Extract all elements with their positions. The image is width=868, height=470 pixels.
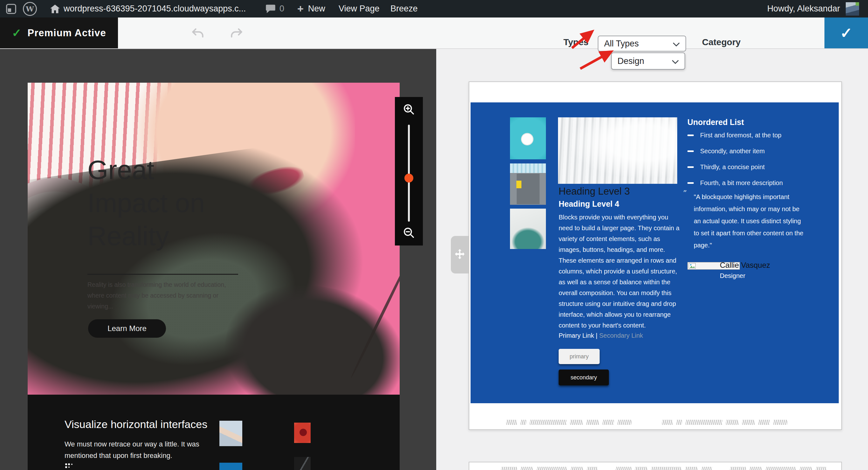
wordpress-menu[interactable]: W: [23, 0, 37, 18]
screen: W wordpress-636395-2071045.cloudwaysapps…: [0, 0, 868, 470]
category-select[interactable]: Design: [611, 53, 685, 70]
links-row: Primary Link | Secondary Link: [559, 332, 643, 339]
unordered-list-title: Unordered List: [687, 118, 744, 127]
editor-layout-button[interactable]: [5, 0, 17, 18]
undo-button[interactable]: [191, 26, 205, 40]
list-item-text: Secondly, another item: [700, 148, 765, 155]
learn-more-button[interactable]: Learn More: [88, 319, 166, 338]
zoom-panel: [395, 97, 423, 246]
redo-button[interactable]: [229, 26, 244, 40]
target-photo: [294, 422, 311, 443]
list-item: First and foremost, at the top: [687, 132, 827, 139]
hero-title: Great Impact on Reality: [87, 153, 237, 252]
zoom-slider-handle[interactable]: [404, 174, 413, 183]
view-page-menu[interactable]: View Page: [339, 0, 380, 18]
list-item: Thirdly, a concise point: [687, 163, 827, 171]
dash-bullet-icon: [687, 182, 694, 184]
new-label: New: [308, 4, 325, 14]
placeholder-scribble: [616, 467, 716, 470]
quote-mark: ”: [683, 189, 687, 198]
blockquote: "A blockquote highlights important infor…: [694, 191, 805, 251]
blue-photo: [219, 463, 242, 470]
zoom-slider-track[interactable]: [408, 125, 410, 222]
breeze-label: Breeze: [391, 4, 418, 14]
author-name: Callie Vasquez: [720, 261, 770, 270]
link-separator: |: [596, 332, 597, 339]
apply-button[interactable]: ✓: [825, 18, 868, 48]
device-photo: [294, 457, 311, 470]
view-page-label: View Page: [339, 4, 380, 14]
heading-level-4: Heading Level 4: [559, 199, 619, 209]
thumb-volleyball-image: [510, 117, 546, 159]
comment-bubble-icon: [266, 4, 276, 14]
site-menu[interactable]: wordpress-636395-2071045.cloudwaysapps.c…: [50, 0, 246, 18]
premium-check-icon: ✓: [12, 26, 22, 40]
editor-layout-icon: [5, 3, 17, 15]
plugin-toolbar: ✓ Premium Active Types All Types Categor…: [0, 18, 868, 49]
template-card[interactable]: [469, 462, 842, 470]
types-label: Types: [563, 37, 589, 48]
wordpress-logo-icon: W: [23, 2, 37, 16]
new-menu[interactable]: + New: [297, 0, 325, 18]
move-icon: [454, 248, 465, 261]
template-card[interactable]: Heading Level 3 Heading Level 4 Blocks p…: [469, 82, 842, 430]
placeholder-scribble: [506, 420, 635, 426]
broken-image-icon: [689, 263, 696, 269]
editor-canvas: Great Impact on Reality Reality is also …: [0, 48, 436, 470]
plus-icon: +: [297, 3, 304, 15]
thumb-portrait-image: [510, 209, 546, 249]
template-body-text: Blocks provide you with everything you n…: [559, 212, 680, 331]
placeholder-scribble: [730, 467, 830, 470]
placeholder-scribble: [662, 420, 791, 426]
comments-count: 0: [279, 4, 284, 14]
comments-menu[interactable]: 0: [266, 0, 284, 18]
heading-level-3: Heading Level 3: [559, 186, 630, 197]
hero-divider: [87, 274, 238, 275]
secondary-link[interactable]: Secondary Link: [599, 332, 643, 339]
list-item-text: Fourth, a bit more description: [700, 179, 783, 187]
dash-bullet-icon: [687, 134, 694, 136]
primary-link[interactable]: Primary Link: [559, 332, 594, 339]
list-item: Fourth, a bit more description: [687, 179, 827, 187]
thumb-door-image: [510, 163, 546, 205]
site-preview-page[interactable]: Great Impact on Reality Reality is also …: [28, 83, 400, 470]
types-select-value: All Types: [604, 39, 639, 49]
dash-bullet-icon: [687, 150, 694, 152]
feature-icon: [65, 463, 73, 470]
dash-bullet-icon: [687, 166, 694, 168]
zoom-in-icon[interactable]: [403, 103, 415, 116]
features-section: Visualize horizontal interfaces We must …: [28, 395, 400, 470]
hand-photo: [219, 421, 242, 446]
list-item: Secondly, another item: [687, 148, 827, 155]
section-title: Visualize horizontal interfaces: [65, 418, 207, 431]
breeze-menu[interactable]: Breeze: [391, 0, 418, 18]
list-item-text: Thirdly, a concise point: [700, 163, 765, 171]
avatar-detail: [856, 2, 859, 6]
category-select-value: Design: [617, 56, 644, 66]
drag-handle[interactable]: [451, 236, 469, 274]
zoom-out-icon[interactable]: [403, 227, 415, 239]
howdy-menu[interactable]: Howdy, Aleksandar: [767, 0, 840, 18]
chevron-down-icon: [673, 39, 680, 49]
category-label: Category: [702, 37, 741, 48]
admin-bar: W wordpress-636395-2071045.cloudwaysapps…: [0, 0, 868, 18]
secondary-button[interactable]: secondary: [559, 370, 609, 385]
premium-active-badge: ✓ Premium Active: [0, 18, 118, 48]
user-avatar[interactable]: [846, 2, 859, 15]
premium-active-label: Premium Active: [28, 27, 106, 39]
list-item-text: First and foremost, at the top: [700, 132, 781, 139]
types-select[interactable]: All Types: [598, 36, 686, 52]
hero-section: Great Impact on Reality Reality is also …: [28, 83, 400, 395]
apply-check-icon: ✓: [840, 25, 852, 42]
placeholder-scribble: [501, 467, 601, 470]
home-icon: [50, 4, 60, 13]
template-card-blue-block: Heading Level 3 Heading Level 4 Blocks p…: [471, 102, 839, 403]
ripple-texture-image: [558, 117, 677, 184]
chevron-down-icon: [672, 56, 679, 66]
howdy-label: Howdy, Aleksandar: [767, 4, 840, 14]
primary-button[interactable]: primary: [559, 349, 600, 364]
section-paragraph: We must now retrace our way a little. It…: [65, 439, 214, 462]
site-name: wordpress-636395-2071045.cloudwaysapps.c…: [64, 4, 246, 14]
author-role: Designer: [720, 272, 745, 280]
unordered-list: First and foremost, at the top Secondly,…: [687, 132, 827, 195]
